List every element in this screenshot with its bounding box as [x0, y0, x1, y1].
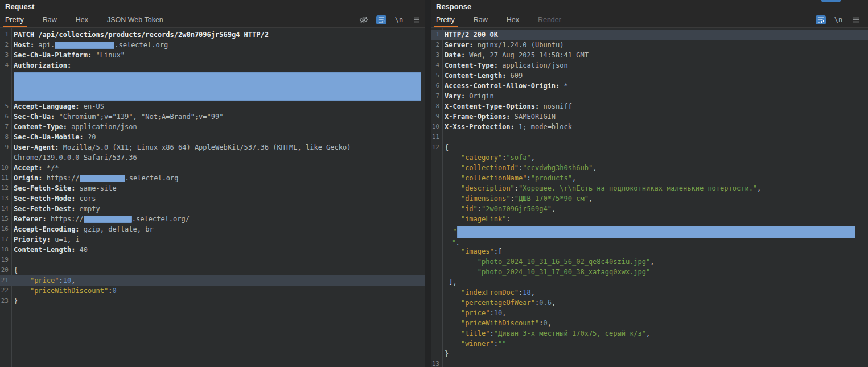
code-line[interactable]: 14Sec-Fetch-Dest: empty [0, 204, 425, 214]
line-content: Host: api..selectel.org [11, 40, 168, 50]
code-token: , [71, 277, 75, 284]
code-line[interactable]: 9User-Agent: Mozilla/5.0 (X11; Linux x86… [0, 142, 425, 152]
code-line[interactable]: Chrome/139.0.0.0 Safari/537.36 [0, 152, 425, 163]
code-line[interactable]: "dimensions":"ДШВ 170*75*90 см", [431, 193, 868, 204]
line-number: 9 [431, 112, 442, 122]
line-content: Sec-Fetch-Site: same-site [11, 183, 117, 193]
code-line[interactable]: 11Origin: https://.selectel.org [0, 173, 425, 183]
line-number: 7 [0, 122, 11, 132]
line-content: "photo_2024_10_31_17_00_38_xatagq0xwx.jp… [442, 267, 650, 277]
code-line[interactable]: 5Accept-Language: en-US [0, 101, 425, 112]
code-line[interactable]: 22 "priceWithDiscount":0 [0, 286, 425, 296]
line-number: 4 [0, 60, 11, 71]
code-line[interactable]: "imageLink": [431, 214, 868, 224]
menu-icon[interactable] [412, 15, 422, 24]
code-line[interactable]: 8Sec-Ch-Ua-Mobile: ?0 [0, 132, 425, 142]
code-token: , [548, 319, 552, 327]
code-line[interactable]: 3Date: Wed, 27 Aug 2025 14:58:41 GMT [431, 50, 868, 60]
code-line[interactable]: 5Content-Length: 609 [431, 71, 868, 81]
code-line[interactable] [0, 71, 425, 101]
tab-hex[interactable]: Hex [76, 13, 88, 27]
code-token: { [14, 266, 18, 274]
code-token: , [593, 164, 597, 172]
code-line[interactable]: 19 [0, 255, 425, 265]
code-line[interactable]: 12{ [431, 142, 868, 152]
code-line[interactable]: "winner":"" [431, 339, 868, 349]
code-line[interactable]: 1PATCH /api/collections/products/records… [0, 30, 425, 40]
tab-raw[interactable]: Raw [474, 13, 488, 27]
tab-hex[interactable]: Hex [507, 13, 519, 27]
code-token [445, 309, 461, 317]
code-line[interactable]: ", [431, 239, 868, 246]
code-line[interactable]: 16Accept-Encoding: gzip, deflate, br [0, 224, 425, 234]
newline-icon[interactable]: \n [833, 15, 844, 24]
word-wrap-icon[interactable] [376, 15, 386, 24]
code-line[interactable]: 21 "price":10, [0, 275, 425, 286]
code-line[interactable]: 3Sec-Ch-Ua-Platform: "Linux" [0, 50, 425, 60]
code-line[interactable]: "images":[ [431, 246, 868, 257]
code-token: Vary: [445, 92, 465, 100]
code-line[interactable]: "id":"2w0n7096jr569g4", [431, 204, 868, 214]
code-line[interactable]: 6Access-Control-Allow-Origin: * [431, 81, 868, 91]
code-token: 10 [63, 277, 71, 284]
code-line[interactable]: "percentageOfWear":0.6, [431, 298, 868, 308]
code-token: Sec-Ch-Ua-Platform: [14, 51, 92, 59]
code-token: "photo_2024_10_31_16_56_02_qe8c40sziu.jp… [478, 258, 650, 266]
code-line[interactable]: 20{ [0, 265, 425, 275]
code-line[interactable]: 2Host: api..selectel.org [0, 40, 425, 50]
code-token [14, 277, 30, 284]
response-editor[interactable]: 1HTTP/2 200 OK2Server: nginx/1.24.0 (Ubu… [431, 28, 868, 367]
code-line[interactable]: " [431, 224, 868, 239]
code-line[interactable]: 7Content-Type: application/json [0, 122, 425, 132]
tab-json-web-token[interactable]: JSON Web Token [107, 13, 163, 27]
code-line[interactable]: 15Referer: https://.selectel.org/ [0, 214, 425, 224]
tab-render[interactable]: Render [538, 13, 561, 27]
code-token [445, 299, 461, 307]
code-line[interactable]: 23} [0, 296, 425, 306]
code-line[interactable]: "category":"sofa", [431, 152, 868, 163]
code-line[interactable]: 4Authorization: [0, 60, 425, 71]
code-token: "ccvdwbg3h0sh6ub" [523, 164, 593, 172]
code-line[interactable]: 13 [431, 359, 868, 367]
tab-pretty[interactable]: Pretty [5, 13, 24, 27]
code-line[interactable]: 13Sec-Fetch-Mode: cors [0, 193, 425, 204]
hide-eye-icon[interactable] [359, 15, 369, 24]
code-line[interactable]: "photo_2024_10_31_16_56_02_qe8c40sziu.jp… [431, 257, 868, 267]
code-line[interactable]: 17Priority: u=1, i [0, 234, 425, 245]
word-wrap-icon[interactable] [816, 15, 826, 24]
panel-splitter[interactable] [425, 0, 431, 367]
code-line[interactable]: 2Server: nginx/1.24.0 (Ubuntu) [431, 40, 868, 50]
code-line[interactable]: 10X-Xss-Protection: 1; mode=block [431, 122, 868, 132]
code-line[interactable]: 11 [431, 132, 868, 142]
code-line[interactable]: ], [431, 277, 868, 287]
code-line[interactable]: 8X-Content-Type-Options: nosniff [431, 101, 868, 112]
newline-icon[interactable]: \n [394, 15, 404, 24]
code-line[interactable]: 9X-Frame-Options: SAMEORIGIN [431, 112, 868, 122]
line-number [431, 246, 442, 257]
request-editor[interactable]: 1PATCH /api/collections/products/records… [0, 28, 425, 367]
code-line[interactable]: 6Sec-Ch-Ua: "Chromium";v="139", "Not;A=B… [0, 112, 425, 122]
code-line[interactable]: "price":10, [431, 308, 868, 318]
code-line[interactable]: } [431, 349, 868, 359]
code-line[interactable]: 12Sec-Fetch-Site: same-site [0, 183, 425, 193]
code-line[interactable]: 1HTTP/2 200 OK [431, 30, 868, 40]
tab-pretty[interactable]: Pretty [436, 13, 455, 27]
code-token: Server: [445, 41, 474, 49]
code-line[interactable]: "title":"Диван 3-х местный 170x75, серый… [431, 328, 868, 339]
tab-raw[interactable]: Raw [43, 13, 57, 27]
code-line[interactable]: "priceWithDiscount":0, [431, 318, 868, 328]
code-line[interactable]: 18Content-Length: 40 [0, 245, 425, 255]
code-token: : [489, 329, 493, 337]
code-line[interactable]: "collectionName":"products", [431, 173, 868, 183]
line-content: User-Agent: Mozilla/5.0 (X11; Linux x86_… [11, 142, 351, 152]
menu-icon[interactable] [851, 15, 861, 24]
code-line[interactable]: "collectionId":"ccvdwbg3h0sh6ub", [431, 163, 868, 173]
code-line[interactable]: "description":"Хорошее. \r\nЕсть на подл… [431, 183, 868, 193]
code-line[interactable]: "indexFromDoc":18, [431, 287, 868, 298]
code-token: Authorization: [14, 61, 71, 69]
code-line[interactable]: 10Accept: */* [0, 163, 425, 173]
code-line[interactable]: 4Content-Type: application/json [431, 60, 868, 71]
code-line[interactable]: "photo_2024_10_31_17_00_38_xatagq0xwx.jp… [431, 267, 868, 277]
line-content: X-Xss-Protection: 1; mode=block [442, 122, 572, 132]
code-line[interactable]: 7Vary: Origin [431, 91, 868, 101]
